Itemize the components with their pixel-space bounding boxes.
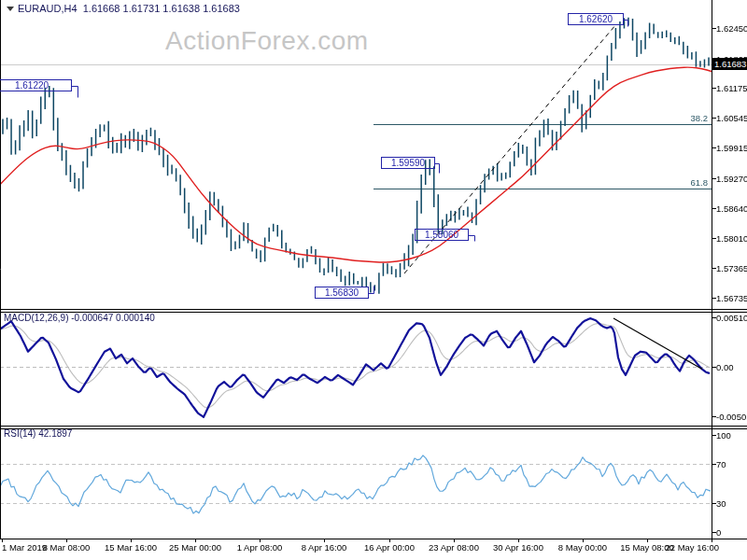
price-axis-label: 1.60545 [716,113,747,123]
time-axis-label: 8 Apr 16:00 [287,542,361,553]
rsi-axis-label: 70 [716,459,726,469]
price-axis-label: 1.62450 [716,23,747,34]
fib-level-label: 38.2 [667,113,708,123]
macd-axis-label: 0.00 [716,362,734,372]
price-label-158060[interactable]: 1.58060 [415,229,469,241]
rsi-axis-label: 100 [716,430,731,441]
macd-axis-label: -0.005019 [716,412,747,422]
price-label-156830[interactable]: 1.56830 [315,287,369,299]
time-axis-label: 25 Mar 00:00 [158,542,233,553]
symbol-timeframe-label: EURAUD,H4 [18,3,78,14]
price-axis-label: 1.58640 [716,203,747,214]
time-axis-label: 22 May 16:00 [652,542,719,553]
chart-canvas[interactable] [0,0,747,560]
price-label-159590[interactable]: 1.59590 [381,157,435,169]
time-axis-label: 16 Apr 00:00 [352,542,427,553]
time-axis-label: 30 Apr 16:00 [481,542,556,553]
price-label-162620[interactable]: 1.62620 [568,13,624,25]
fib-level-label: 61.8 [667,177,708,188]
macd-indicator-label: MACD(12,26,9) -0.000647 0.000140 [4,313,155,323]
price-axis-label: 1.58010 [716,233,747,244]
price-label-161220[interactable]: 1.61220 [0,79,72,91]
time-axis-label: 8 Mar 08:00 [29,542,104,553]
price-axis-label: 1.56735 [716,293,747,303]
price-axis-label: 1.61175 [716,83,747,93]
time-axis-label: 8 May 00:00 [545,542,620,553]
current-price-tag: 1.61683 [712,58,747,70]
time-axis-label: 23 Apr 08:00 [416,542,491,553]
rsi-axis-label: 0 [716,527,721,538]
price-axis-label: 1.59270 [716,174,747,184]
rsi-indicator-label: RSI(14) 42.1897 [4,428,72,439]
rsi-axis-label: 30 [716,498,726,509]
time-axis-label: 15 Mar 16:00 [93,542,168,553]
price-axis-label: 1.59915 [716,143,747,153]
trading-chart-window: ActionForex.com EURAUD,H4 1.61668 1.6173… [0,0,747,560]
time-axis-label: 1 Apr 08:00 [222,542,297,553]
chart-title: EURAUD,H4 1.61668 1.61731 1.61638 1.6168… [5,3,240,14]
ohlc-values: 1.61668 1.61731 1.61638 1.61683 [83,3,240,14]
macd-axis-label: 0.005108 [716,313,747,323]
symbol-dropdown-icon [7,7,14,11]
price-axis-label: 1.57365 [716,263,747,273]
